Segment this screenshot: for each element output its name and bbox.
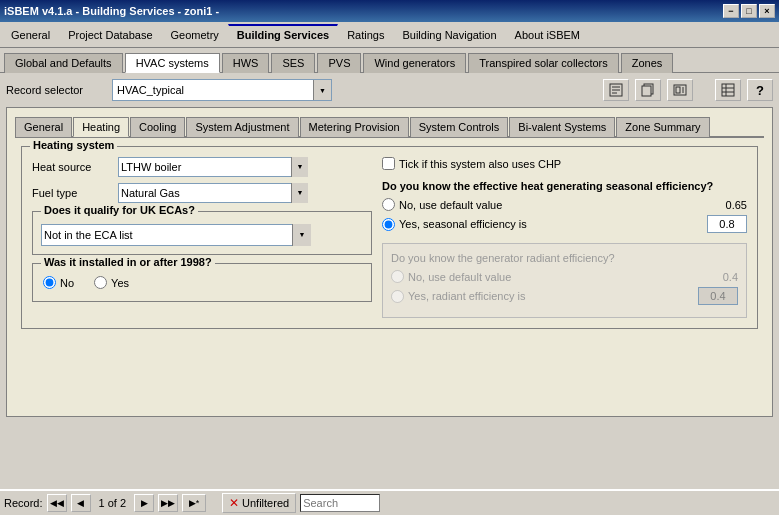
- tab-bar-2: General Heating Cooling System Adjustmen…: [15, 116, 764, 138]
- filter-label: Unfiltered: [242, 497, 289, 509]
- record-label: Record:: [4, 497, 43, 509]
- tab2-bivalent[interactable]: Bi-valent Systems: [509, 117, 615, 137]
- menu-about-isbem[interactable]: About iSBEM: [506, 25, 589, 45]
- rad-no-value: 0.4: [703, 271, 738, 283]
- maximize-button[interactable]: □: [741, 4, 757, 18]
- tab-zones[interactable]: Zones: [621, 53, 674, 73]
- tab-pvs[interactable]: PVS: [317, 53, 361, 73]
- toolbar-btn-help[interactable]: ?: [747, 79, 773, 101]
- toolbar-btn-2[interactable]: [635, 79, 661, 101]
- tab2-general[interactable]: General: [15, 117, 72, 137]
- panel: General Heating Cooling System Adjustmen…: [6, 107, 773, 417]
- installed-group-box: Was it installed in or after 1998? No Ye…: [32, 263, 372, 302]
- eff-no-label: No, use default value: [399, 199, 708, 211]
- title-bar: iSBEM v4.1.a - Building Services - zoni1…: [0, 0, 779, 22]
- rad-yes-row: Yes, radiant efficiency is: [391, 287, 738, 305]
- nav-first-button[interactable]: ◀◀: [47, 494, 67, 512]
- record-dropdown-arrow: ▼: [313, 80, 331, 100]
- fuel-type-select[interactable]: Natural Gas: [118, 183, 308, 203]
- eff-yes-label: Yes, seasonal efficiency is: [399, 218, 703, 230]
- installed-yes-radio[interactable]: [94, 276, 107, 289]
- menu-building-navigation[interactable]: Building Navigation: [393, 25, 505, 45]
- menu-ratings[interactable]: Ratings: [338, 25, 393, 45]
- tab2-metering[interactable]: Metering Provision: [300, 117, 409, 137]
- eca-select-wrap: Not in the ECA list: [41, 224, 311, 246]
- filter-icon: ✕: [229, 496, 239, 510]
- chp-label: Tick if this system also uses CHP: [399, 158, 561, 170]
- tab-wind-generators[interactable]: Wind generators: [363, 53, 466, 73]
- tab-transpired-solar[interactable]: Transpired solar collectors: [468, 53, 619, 73]
- svg-rect-7: [676, 87, 680, 93]
- eff-no-row: No, use default value 0.65: [382, 198, 747, 211]
- status-bar: Record: ◀◀ ◀ 1 of 2 ▶ ▶▶ ▶* ✕ Unfiltered: [0, 489, 779, 515]
- tab-bar-1: Global and Defaults HVAC systems HWS SES…: [0, 48, 779, 73]
- tab2-heating[interactable]: Heating: [73, 117, 129, 137]
- eff-no-radio[interactable]: [382, 198, 395, 211]
- radiant-eff-group: Do you know the generator radiant effici…: [382, 243, 747, 318]
- radiant-eff-title: Do you know the generator radiant effici…: [391, 252, 738, 264]
- tab-ses[interactable]: SES: [271, 53, 315, 73]
- installed-group-title: Was it installed in or after 1998?: [41, 256, 215, 268]
- eff-yes-input[interactable]: [707, 215, 747, 233]
- title-bar-buttons: − □ ×: [723, 4, 775, 18]
- nav-prev-button[interactable]: ◀: [71, 494, 91, 512]
- tab-hws[interactable]: HWS: [222, 53, 270, 73]
- tab2-system-adjustment[interactable]: System Adjustment: [186, 117, 298, 137]
- eff-no-value: 0.65: [712, 199, 747, 211]
- close-button[interactable]: ×: [759, 4, 775, 18]
- toolbar-btn-1[interactable]: [603, 79, 629, 101]
- menu-general[interactable]: General: [2, 25, 59, 45]
- heat-source-row: Heat source LTHW boiler: [32, 157, 372, 177]
- tab2-cooling[interactable]: Cooling: [130, 117, 185, 137]
- menu-project-database[interactable]: Project Database: [59, 25, 161, 45]
- heating-content: Heating system Heat source LTHW boiler: [15, 142, 764, 341]
- tab-global-defaults[interactable]: Global and Defaults: [4, 53, 123, 73]
- nav-next-button[interactable]: ▶: [134, 494, 154, 512]
- search-input[interactable]: [300, 494, 380, 512]
- chp-checkbox[interactable]: [382, 157, 395, 170]
- nav-position: 1 of 2: [95, 497, 131, 509]
- rad-no-radio: [391, 270, 404, 283]
- svg-rect-11: [722, 84, 734, 96]
- svg-rect-5: [642, 86, 651, 96]
- heating-group-title: Heating system: [30, 139, 117, 151]
- minimize-button[interactable]: −: [723, 4, 739, 18]
- fuel-type-select-wrap: Natural Gas: [118, 183, 308, 203]
- installed-yes-label: Yes: [111, 277, 129, 289]
- eca-select[interactable]: Not in the ECA list: [41, 224, 311, 246]
- rad-no-label: No, use default value: [408, 271, 699, 283]
- heat-source-label: Heat source: [32, 161, 112, 173]
- record-selector-label: Record selector: [6, 84, 106, 96]
- left-column: Heat source LTHW boiler Fuel type: [32, 157, 372, 318]
- seasonal-eff-group: Do you know the effective heat generatin…: [382, 180, 747, 233]
- tab-hvac-systems[interactable]: HVAC systems: [125, 53, 220, 73]
- toolbar-btn-3[interactable]: [667, 79, 693, 101]
- eff-yes-row: Yes, seasonal efficiency is: [382, 215, 747, 233]
- tab2-zone-summary[interactable]: Zone Summary: [616, 117, 709, 137]
- installed-yes-row: Yes: [94, 276, 129, 289]
- right-column: Tick if this system also uses CHP Do you…: [382, 157, 747, 318]
- toolbar-btn-4[interactable]: [715, 79, 741, 101]
- filter-button[interactable]: ✕ Unfiltered: [222, 493, 296, 513]
- nav-last-button[interactable]: ▶▶: [158, 494, 178, 512]
- menu-geometry[interactable]: Geometry: [162, 25, 228, 45]
- menu-bar: General Project Database Geometry Buildi…: [0, 22, 779, 48]
- chp-checkbox-row: Tick if this system also uses CHP: [382, 157, 747, 170]
- heat-source-select-wrap: LTHW boiler: [118, 157, 308, 177]
- installed-no-radio[interactable]: [43, 276, 56, 289]
- fuel-type-row: Fuel type Natural Gas: [32, 183, 372, 203]
- eca-group-title: Does it qualify for UK ECAs?: [41, 204, 198, 216]
- installed-no-row: No: [43, 276, 74, 289]
- rad-yes-input: [698, 287, 738, 305]
- eff-yes-radio[interactable]: [382, 218, 395, 231]
- rad-no-row: No, use default value 0.4: [391, 270, 738, 283]
- fuel-type-label: Fuel type: [32, 187, 112, 199]
- tab2-system-controls[interactable]: System Controls: [410, 117, 509, 137]
- installed-no-label: No: [60, 277, 74, 289]
- nav-new-button[interactable]: ▶*: [182, 494, 206, 512]
- record-selector-row: Record selector HVAC_typical ▼ ?: [6, 79, 773, 101]
- record-selector-dropdown[interactable]: HVAC_typical ▼: [112, 79, 332, 101]
- menu-building-services[interactable]: Building Services: [228, 24, 338, 45]
- heat-source-select[interactable]: LTHW boiler: [118, 157, 308, 177]
- window-title: iSBEM v4.1.a - Building Services - zoni1…: [4, 5, 219, 17]
